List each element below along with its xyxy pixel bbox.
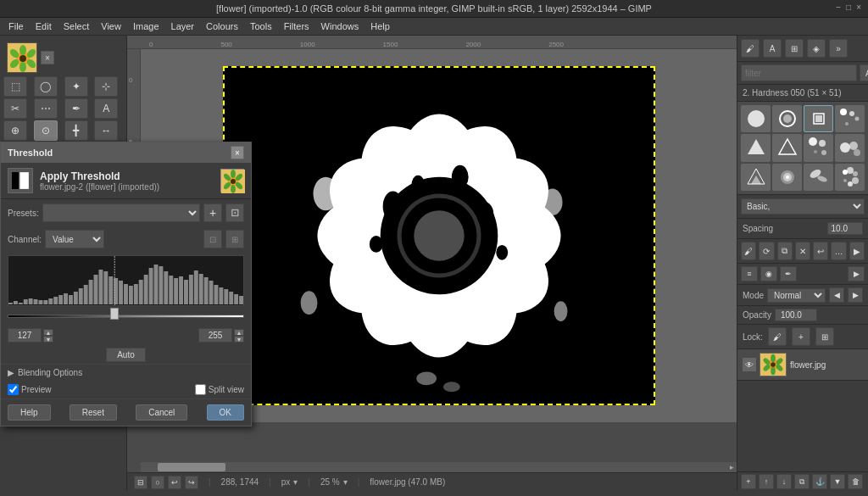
merge-layers-btn[interactable]: ▼ — [830, 474, 845, 489]
minimize-btn[interactable]: − — [836, 3, 841, 12]
blending-header[interactable]: ▶ Blending Options — [8, 368, 244, 377]
status-icon-2[interactable]: ○ — [151, 476, 164, 489]
anchor-layer-btn[interactable]: ⚓ — [812, 474, 827, 489]
flower-image-canvas[interactable] — [223, 66, 655, 405]
menu-view[interactable]: View — [96, 20, 126, 33]
restore-btn[interactable]: □ — [846, 3, 851, 12]
threshold-close-btn[interactable]: × — [231, 146, 244, 159]
channels-tab[interactable]: ◉ — [760, 266, 777, 281]
menu-select[interactable]: Select — [58, 20, 95, 33]
layer-visibility-toggle[interactable]: 👁 — [743, 358, 756, 371]
delete-layer-btn[interactable]: 🗑 — [848, 474, 863, 489]
tool-color-picker[interactable]: ⊕ — [3, 120, 27, 141]
preset-delete-btn[interactable]: ⊡ — [225, 203, 244, 222]
ok-btn[interactable]: OK — [207, 404, 244, 421]
brush-thumb-9[interactable] — [741, 164, 771, 191]
menu-windows[interactable]: Windows — [316, 20, 364, 33]
brush-thumb-1[interactable] — [741, 105, 771, 132]
brush-thumb-10[interactable] — [772, 164, 802, 191]
tool-paths[interactable]: ✒ — [64, 98, 88, 119]
panel-overflow-icon[interactable]: » — [829, 39, 848, 58]
overflow-btn[interactable]: ▶ — [849, 242, 865, 260]
refresh-btn[interactable]: ⟳ — [759, 242, 774, 260]
brush-thumb-8[interactable] — [835, 134, 865, 161]
mode-next-btn[interactable]: ▶ — [848, 287, 863, 303]
menu-filters[interactable]: Filters — [279, 20, 314, 33]
cancel-btn[interactable]: Cancel — [136, 404, 187, 421]
gradient-panel-icon[interactable]: ◈ — [807, 39, 826, 58]
lock-position-btn[interactable]: + — [792, 327, 810, 346]
tool-transform[interactable]: ↔ — [94, 120, 118, 141]
menu-layer[interactable]: Layer — [166, 20, 200, 33]
brush-thumb-12[interactable] — [835, 164, 865, 191]
canvas-scrollbar-h[interactable]: ▸ — [141, 462, 737, 472]
paint-btn[interactable]: 🖌 — [741, 242, 756, 260]
spacing-input[interactable] — [827, 222, 863, 235]
auto-btn[interactable]: Auto — [106, 348, 146, 362]
menu-colours[interactable]: Colours — [201, 20, 243, 33]
tool-foreground-select[interactable]: ⋯ — [34, 98, 58, 119]
more-btn[interactable]: … — [831, 242, 846, 260]
duplicate-layer-btn[interactable]: ⧉ — [794, 474, 810, 489]
brush-thumb-3[interactable] — [804, 105, 833, 132]
copy-btn[interactable]: ⧉ — [777, 242, 793, 260]
paths-tab[interactable]: ✒ — [780, 266, 797, 281]
high-spin-down[interactable]: ▼ — [234, 336, 244, 343]
tool-text[interactable]: A — [94, 98, 118, 119]
high-spin-up[interactable]: ▲ — [234, 329, 244, 336]
threshold-slider[interactable] — [8, 309, 244, 323]
lower-layer-btn[interactable]: ↓ — [776, 474, 792, 489]
scrollbar-thumb-h[interactable] — [158, 463, 225, 471]
preset-add-btn[interactable]: + — [203, 203, 222, 222]
status-icon-1[interactable]: ⊟ — [134, 476, 147, 489]
low-spin-down[interactable]: ▼ — [43, 336, 53, 343]
mode-prev-btn[interactable]: ◀ — [829, 287, 844, 303]
brush-thumb-6[interactable] — [772, 134, 802, 161]
brush-thumb-4[interactable] — [835, 105, 865, 132]
tool-zoom[interactable]: ⊙ — [34, 120, 58, 141]
raise-layer-btn[interactable]: ↑ — [759, 474, 774, 489]
brush-thumb-7[interactable] — [804, 134, 833, 161]
low-spin-up[interactable]: ▲ — [43, 329, 53, 336]
reset-btn[interactable]: Reset — [70, 404, 117, 421]
preview-label[interactable]: Preview — [8, 384, 52, 395]
presets-select[interactable] — [42, 203, 200, 222]
add-layer-btn[interactable]: + — [741, 474, 756, 489]
close-btn[interactable]: × — [856, 3, 861, 12]
brush-thumb-11[interactable] — [804, 164, 833, 191]
menu-help[interactable]: Help — [365, 20, 395, 33]
brush-category-select[interactable]: Basic, — [741, 198, 865, 215]
undo-btn[interactable]: ↩ — [168, 476, 181, 489]
filter-dropdown[interactable]: All — [860, 64, 868, 81]
help-btn[interactable]: Help — [8, 404, 51, 421]
channel-img-btn-2[interactable]: ⊞ — [225, 230, 244, 248]
tool-rect-select[interactable]: ⬚ — [3, 76, 27, 97]
tool-fuzzy-select[interactable]: ⊹ — [94, 76, 118, 97]
tool-ellipse-select[interactable]: ◯ — [34, 76, 58, 97]
delete-brush-btn[interactable]: ✕ — [795, 242, 810, 260]
menu-file[interactable]: File — [3, 20, 29, 33]
undo-brush-btn[interactable]: ↩ — [813, 242, 828, 260]
menu-edit[interactable]: Edit — [31, 20, 57, 33]
tool-scissors[interactable]: ✂ — [3, 98, 27, 119]
preview-checkbox[interactable] — [8, 384, 19, 395]
brush-panel-icon[interactable]: 🖌 — [741, 39, 760, 58]
threshold-low-input[interactable] — [8, 328, 42, 343]
threshold-high-input[interactable] — [198, 328, 232, 343]
opacity-input[interactable] — [775, 309, 817, 321]
layers-tab[interactable]: ≡ — [741, 266, 758, 281]
split-view-checkbox[interactable] — [195, 384, 206, 395]
tool-measure[interactable]: ╋ — [64, 120, 88, 141]
mode-select[interactable]: Normal Dissolve Multiply — [767, 288, 826, 303]
lock-all-btn[interactable]: ⊞ — [815, 327, 834, 346]
layers-overflow[interactable]: ▶ — [848, 266, 865, 281]
text-panel-icon[interactable]: A — [763, 39, 782, 58]
channel-select[interactable]: Value — [45, 230, 104, 248]
menu-image[interactable]: Image — [128, 20, 164, 33]
pattern-panel-icon[interactable]: ⊞ — [785, 39, 804, 58]
menu-tools[interactable]: Tools — [245, 20, 277, 33]
threshold-handle[interactable] — [110, 308, 119, 320]
layer-item[interactable]: 👁 flower.jpg — [737, 349, 868, 381]
channel-img-btn-1[interactable]: ⊡ — [203, 230, 222, 248]
zoom-dropdown[interactable]: ▾ — [343, 477, 348, 487]
